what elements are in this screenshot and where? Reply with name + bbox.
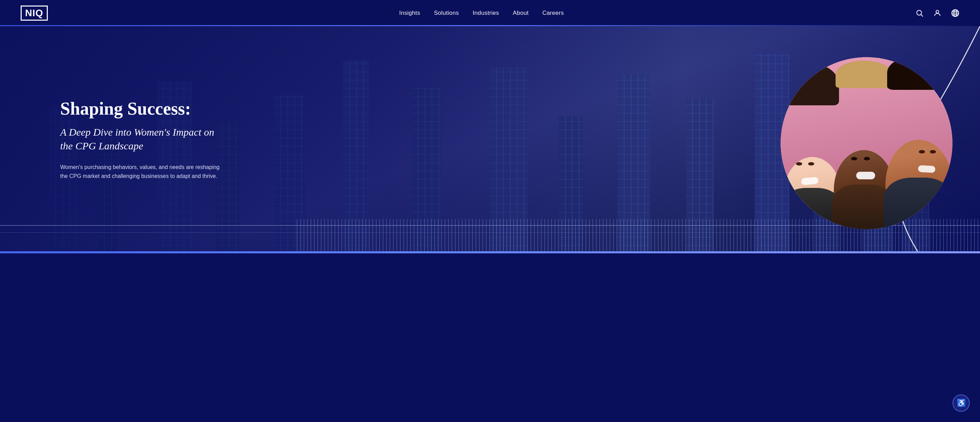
nav-accent-bar [0,25,980,26]
hero-subtitle: A Deep Dive into Women's Impact onthe CP… [60,125,225,153]
globe-icon [951,9,959,17]
hero-circle-image [781,57,953,229]
nav-item-about[interactable]: About [513,10,528,16]
bridge-rail-bottom [0,232,980,233]
hero-title: Shaping Success: [60,98,225,119]
language-button[interactable] [951,9,959,17]
nav-item-industries[interactable]: Industries [473,10,499,16]
svg-point-0 [917,10,921,15]
hero-description: Women's purchasing behaviors, values, an… [60,163,225,181]
brand-logo[interactable]: NIQ [21,5,48,21]
nav-item-solutions[interactable]: Solutions [434,10,459,16]
hero-bottom-bar [0,251,980,253]
nav-links: Insights Solutions Industries About Care… [399,10,564,16]
svg-point-2 [936,10,939,13]
hero-content: Shaping Success: A Deep Dive into Women'… [60,98,225,181]
nav-item-careers[interactable]: Careers [542,10,564,16]
hero-section: Shaping Success: A Deep Dive into Women'… [0,26,980,253]
user-icon [933,9,942,17]
faces-container [781,57,953,229]
circle-inner [781,57,953,229]
svg-line-1 [921,15,923,17]
nav-item-insights[interactable]: Insights [399,10,420,16]
main-navigation: NIQ Insights Solutions Industries About … [0,0,980,26]
search-button[interactable] [915,9,924,17]
nav-icon-group [915,9,959,17]
search-icon [915,9,924,17]
user-account-button[interactable] [933,9,942,17]
